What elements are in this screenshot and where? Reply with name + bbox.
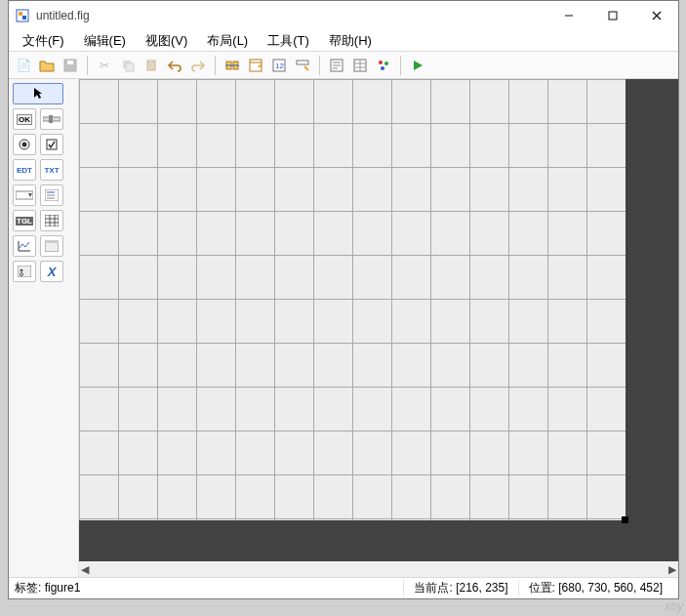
svg-marker-32: [414, 61, 423, 70]
maximize-button[interactable]: [590, 1, 634, 30]
open-button[interactable]: [36, 55, 58, 76]
tab-order-editor-button[interactable]: 12: [268, 55, 290, 76]
toolbar-separator: [215, 56, 216, 75]
status-pos-value: [680, 730, 560, 452]: [558, 581, 663, 595]
svg-rect-12: [149, 60, 153, 62]
checkbox-tool[interactable]: [40, 134, 63, 155]
menu-editor-button[interactable]: [245, 55, 266, 76]
horizontal-scrollbar[interactable]: ◀ ▶: [79, 561, 678, 577]
menu-layout[interactable]: 布局(L): [199, 30, 256, 51]
toolbar-separator: [87, 56, 88, 75]
guide-window: untitled.fig 文件(F) 编辑(E) 视图(V) 布局(L) 工具(…: [8, 0, 679, 599]
radio-button-tool[interactable]: [13, 134, 36, 155]
run-button[interactable]: [407, 55, 428, 76]
new-button[interactable]: 📄: [13, 55, 34, 76]
window-title: untitled.fig: [36, 9, 546, 22]
table-tool[interactable]: [40, 210, 63, 231]
status-current-point: 当前点: [216, 235]: [403, 580, 517, 596]
svg-point-52: [20, 269, 23, 272]
status-tag: 标签: figure1: [15, 580, 403, 596]
static-text-tool[interactable]: TXT: [40, 159, 63, 181]
canvas-wrap: ◀ ▶: [79, 79, 678, 577]
svg-rect-1: [19, 12, 22, 16]
status-tag-value: figure1: [45, 581, 81, 595]
redo-button[interactable]: [187, 55, 209, 76]
scroll-left-icon[interactable]: ◀: [81, 563, 89, 576]
menu-file[interactable]: 文件(F): [15, 30, 72, 51]
client-area: OK EDT TXT TGL X ◀ ▶: [9, 79, 678, 577]
paste-button[interactable]: [141, 55, 162, 76]
figure-panel[interactable]: [79, 79, 625, 520]
panel-tool[interactable]: [40, 235, 63, 257]
align-objects-button[interactable]: [222, 55, 243, 76]
svg-rect-34: [49, 115, 53, 123]
svg-text:12: 12: [275, 62, 284, 70]
toolbar: 📄 ✂ 12: [9, 52, 678, 79]
menu-help[interactable]: 帮助(H): [321, 30, 380, 51]
svg-rect-50: [45, 240, 59, 243]
select-tool[interactable]: [13, 83, 63, 104]
status-point-value: [216, 235]: [456, 581, 507, 595]
object-browser-button[interactable]: [373, 55, 394, 76]
svg-rect-44: [45, 215, 59, 226]
watermark: xby: [665, 599, 683, 613]
svg-point-29: [379, 61, 383, 64]
toggle-button-tool[interactable]: TGL: [13, 210, 36, 231]
component-palette: OK EDT TXT TGL X: [9, 79, 79, 577]
axes-tool[interactable]: [13, 235, 36, 257]
svg-point-31: [381, 66, 384, 70]
app-icon: [15, 8, 30, 23]
status-bar: 标签: figure1 当前点: [216, 235] 位置: [680, 73…: [9, 577, 678, 598]
menu-edit[interactable]: 编辑(E): [76, 30, 134, 51]
svg-rect-20: [297, 61, 308, 64]
menu-view[interactable]: 视图(V): [138, 30, 195, 51]
toolbar-separator: [400, 56, 401, 75]
copy-button[interactable]: [117, 55, 139, 76]
titlebar: untitled.fig: [9, 1, 678, 30]
menubar: 文件(F) 编辑(E) 视图(V) 布局(L) 工具(T) 帮助(H): [9, 30, 678, 52]
toolbar-separator: [319, 56, 320, 75]
status-tag-label: 标签:: [15, 581, 41, 595]
property-inspector-button[interactable]: [349, 55, 371, 76]
menu-tools[interactable]: 工具(T): [260, 30, 317, 51]
svg-point-30: [384, 62, 388, 65]
slider-tool[interactable]: [40, 108, 63, 130]
popup-menu-tool[interactable]: [13, 185, 36, 206]
svg-point-36: [22, 143, 27, 147]
m-file-editor-button[interactable]: [326, 55, 347, 76]
edit-text-tool[interactable]: EDT: [13, 159, 36, 181]
svg-rect-8: [67, 61, 73, 64]
save-button[interactable]: [60, 55, 81, 76]
status-point-label: 当前点:: [414, 581, 452, 595]
button-group-tool[interactable]: [13, 261, 36, 282]
status-pos-label: 位置:: [529, 581, 555, 595]
minimize-button[interactable]: [546, 1, 590, 30]
toolbar-editor-button[interactable]: [292, 55, 313, 76]
undo-button[interactable]: [164, 55, 185, 76]
svg-rect-37: [47, 140, 57, 149]
scroll-right-icon[interactable]: ▶: [668, 563, 676, 576]
design-stage[interactable]: [79, 79, 678, 561]
listbox-tool[interactable]: [40, 185, 63, 206]
cut-button[interactable]: ✂: [94, 55, 115, 76]
svg-rect-10: [126, 63, 134, 71]
push-button-tool[interactable]: OK: [13, 108, 36, 130]
svg-rect-4: [609, 12, 617, 20]
status-position: 位置: [680, 730, 560, 452]: [518, 580, 672, 596]
svg-rect-2: [22, 16, 26, 20]
svg-rect-51: [18, 266, 31, 277]
activex-tool[interactable]: X: [40, 261, 63, 282]
resize-handle-br[interactable]: [622, 516, 628, 523]
close-button[interactable]: [634, 1, 678, 30]
